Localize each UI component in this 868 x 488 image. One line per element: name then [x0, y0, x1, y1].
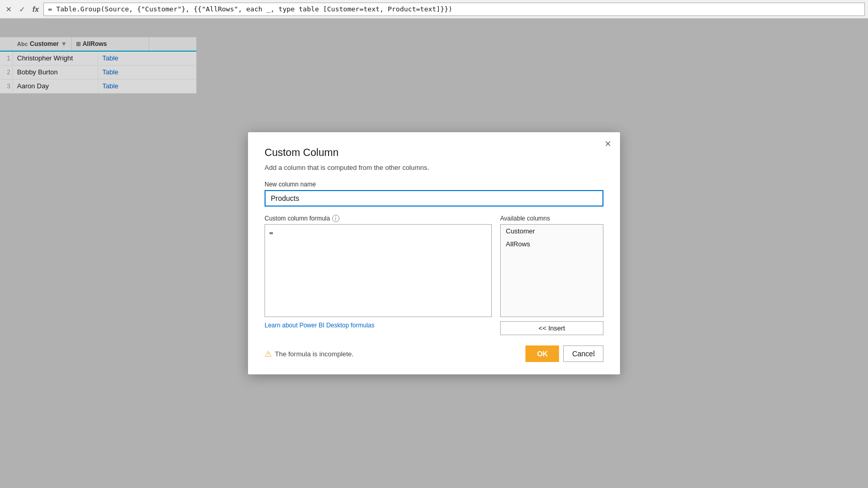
formula-text: = Table.Group(Source, {"Customer"}, {{"A… [48, 5, 453, 13]
checkmark-icon[interactable]: ✓ [17, 4, 28, 15]
column-name-label: New column name [265, 181, 603, 188]
formula-left: Custom column formula i = Learn about Po… [265, 215, 492, 335]
function-icon: fx [30, 4, 41, 15]
insert-button[interactable]: << Insert [500, 321, 603, 335]
workspace: Abc Customer ▼ ⊞ AllRows ▼ 1 Christopher… [0, 19, 868, 488]
status-text: The formula is incomplete. [275, 350, 353, 358]
formula-label-text: Custom column formula [265, 215, 330, 222]
close-icon[interactable]: ✕ [3, 4, 14, 15]
available-columns-label: Available columns [500, 215, 603, 222]
formula-section: Custom column formula i = Learn about Po… [265, 215, 603, 335]
formula-label: Custom column formula i [265, 215, 492, 222]
status-message: ⚠ The formula is incomplete. [265, 349, 353, 359]
avail-item-allrows[interactable]: AllRows [501, 238, 603, 250]
modal-overlay: ✕ Custom Column Add a column that is com… [0, 19, 868, 488]
avail-item-customer[interactable]: Customer [501, 225, 603, 238]
dialog-footer: ⚠ The formula is incomplete. OK Cancel [265, 345, 603, 362]
cancel-button[interactable]: Cancel [563, 345, 603, 362]
formula-textarea[interactable]: = [265, 224, 492, 317]
dialog-title: Custom Column [265, 147, 603, 159]
formula-bar[interactable]: = Table.Group(Source, {"Customer"}, {{"A… [43, 3, 865, 16]
custom-column-dialog: ✕ Custom Column Add a column that is com… [248, 132, 620, 374]
available-columns-panel: Available columns Customer AllRows << In… [500, 215, 603, 335]
info-icon[interactable]: i [332, 215, 339, 222]
learn-link[interactable]: Learn about Power BI Desktop formulas [265, 322, 375, 329]
column-name-input[interactable] [265, 190, 603, 207]
available-columns-list: Customer AllRows [500, 224, 603, 317]
warning-icon: ⚠ [265, 349, 272, 359]
toolbar: ✕ ✓ fx = Table.Group(Source, {"Customer"… [0, 0, 868, 19]
ok-button[interactable]: OK [525, 345, 559, 362]
footer-buttons: OK Cancel [525, 345, 603, 362]
dialog-close-button[interactable]: ✕ [601, 137, 614, 150]
dialog-subtitle: Add a column that is computed from the o… [265, 164, 603, 171]
